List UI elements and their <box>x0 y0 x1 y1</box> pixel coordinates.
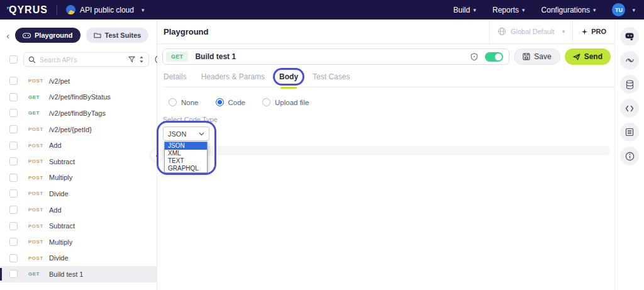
back-chevron-icon[interactable]: ‹ <box>6 31 9 40</box>
api-name: /v2/pet <box>49 77 70 85</box>
row-checkbox[interactable] <box>9 157 18 165</box>
row-checkbox[interactable] <box>9 93 18 101</box>
search-input[interactable] <box>40 56 125 64</box>
option-graphql[interactable]: GRAPHQL <box>165 165 207 172</box>
list-item[interactable]: POST Add <box>0 137 157 153</box>
row-checkbox[interactable] <box>9 109 18 117</box>
assistant-bot-icon[interactable] <box>620 27 639 46</box>
api-sidebar: ‹ Playground Test Suites <box>0 20 157 290</box>
workspace-globe-icon <box>66 5 75 14</box>
list-item[interactable]: GET /v2/pet/findByStatus <box>0 89 157 106</box>
tab-details[interactable]: Details <box>164 72 187 81</box>
request-name[interactable]: Build test 1 <box>195 52 236 61</box>
info-icon[interactable] <box>620 147 639 165</box>
list-item[interactable]: POST /v2/pet/{petId} <box>0 121 157 138</box>
send-button[interactable]: Send <box>565 48 611 65</box>
right-rail <box>614 20 644 290</box>
caret-down-icon: ▾ <box>142 7 145 13</box>
save-button[interactable]: Save <box>514 48 560 65</box>
list-item[interactable]: POST Subtract <box>0 153 157 170</box>
row-checkbox[interactable] <box>9 222 18 230</box>
list-item[interactable]: GET /v2/pet/findByTags <box>0 105 157 121</box>
row-checkbox[interactable] <box>9 189 18 198</box>
logo-text: QYRUS <box>9 4 48 16</box>
code-type-select[interactable]: JSON <box>163 126 209 141</box>
tab-playground[interactable]: Playground <box>15 28 80 43</box>
method-badge: POST <box>28 159 45 164</box>
radio-none-label: None <box>181 99 199 106</box>
radio-upload-file[interactable]: Upload file <box>262 98 309 106</box>
row-checkbox[interactable] <box>9 238 18 246</box>
radio-circle-icon <box>262 98 270 106</box>
user-menu[interactable]: TU ▾ <box>612 3 635 16</box>
row-checkbox[interactable] <box>9 174 18 182</box>
search-row <box>0 48 157 70</box>
api-name: Multiply <box>49 174 72 181</box>
list-item[interactable]: POST /v2/pet <box>0 73 157 89</box>
tab-test-cases[interactable]: Test Cases <box>313 72 350 81</box>
shield-icon[interactable] <box>470 53 478 61</box>
row-checkbox[interactable] <box>9 77 18 85</box>
environment-selector[interactable]: Global Default ▾ <box>489 20 572 43</box>
option-text[interactable]: TEXT <box>165 157 207 165</box>
code-brackets-icon[interactable] <box>620 99 639 118</box>
workspace-selector[interactable]: API public cloud ▾ <box>66 5 145 14</box>
workspace-label: API public cloud <box>80 6 134 14</box>
select-all-checkbox[interactable] <box>9 55 18 64</box>
list-item[interactable]: POST Subtract <box>0 218 157 234</box>
pro-badge: PRO <box>572 20 614 43</box>
sidebar-collapse-icon[interactable]: ‹ <box>151 150 162 161</box>
method-badge: POST <box>28 175 45 181</box>
filter-funnel-icon[interactable] <box>128 56 135 63</box>
database-icon[interactable] <box>620 75 639 94</box>
caret-down-icon: ▾ <box>562 28 565 35</box>
row-checkbox[interactable] <box>9 254 18 262</box>
caret-down-icon: ▾ <box>593 7 596 13</box>
code-editor-line[interactable] <box>163 146 610 155</box>
menu-configurations[interactable]: Configurations ▾ <box>541 6 596 14</box>
list-item[interactable]: POST Add <box>0 202 157 218</box>
method-badge: POST <box>28 78 45 84</box>
form-list-icon[interactable] <box>620 123 639 142</box>
save-button-label: Save <box>534 52 551 61</box>
list-item[interactable]: POST Divide <box>0 250 157 267</box>
api-name: Divide <box>49 254 69 262</box>
row-checkbox[interactable] <box>9 142 18 150</box>
option-xml[interactable]: XML <box>165 150 207 157</box>
option-json[interactable]: JSON <box>165 142 207 150</box>
avatar[interactable]: TU <box>612 3 625 16</box>
send-button-label: Send <box>584 52 602 61</box>
list-item[interactable]: POST Divide <box>0 186 157 202</box>
tab-headers-params[interactable]: Headers & Params <box>201 72 265 81</box>
menu-reports[interactable]: Reports ▾ <box>492 6 525 14</box>
radio-none[interactable]: None <box>169 98 199 106</box>
sort-icon[interactable] <box>139 56 144 63</box>
list-item[interactable]: POST Multiply <box>0 234 157 250</box>
method-badge: POST <box>28 191 45 196</box>
active-tab-underline <box>280 87 297 89</box>
sidebar-header: ‹ Playground Test Suites <box>0 20 157 48</box>
row-checkbox[interactable] <box>9 206 18 214</box>
api-name: Subtract <box>49 158 75 165</box>
list-item-selected[interactable]: GET Build test 1 <box>0 266 157 282</box>
api-name: Multiply <box>49 238 72 246</box>
pro-label: PRO <box>591 28 606 35</box>
request-method-badge: GET <box>166 52 188 62</box>
row-checkbox[interactable] <box>9 270 18 278</box>
method-badge: POST <box>28 239 45 245</box>
tab-body[interactable]: Body <box>279 72 298 81</box>
tab-playground-label: Playground <box>35 31 73 39</box>
menu-build[interactable]: Build ▾ <box>453 6 476 14</box>
request-toggle[interactable] <box>485 52 503 62</box>
row-checkbox[interactable] <box>9 125 18 133</box>
toggle-knob <box>495 53 502 60</box>
list-item[interactable]: POST Multiply <box>0 170 157 186</box>
radio-code[interactable]: Code <box>216 98 246 106</box>
sync-link-icon[interactable] <box>620 51 639 70</box>
api-name: /v2/pet/{petId} <box>49 126 92 133</box>
sparkle-icon <box>581 28 588 35</box>
tab-test-suites[interactable]: Test Suites <box>86 28 149 43</box>
request-bar: GET Build test 1 <box>162 48 509 65</box>
caret-down-icon: ▾ <box>473 7 476 13</box>
code-type-select-wrap: JSON JSON XML TEXT GRAPHQL <box>163 126 209 141</box>
